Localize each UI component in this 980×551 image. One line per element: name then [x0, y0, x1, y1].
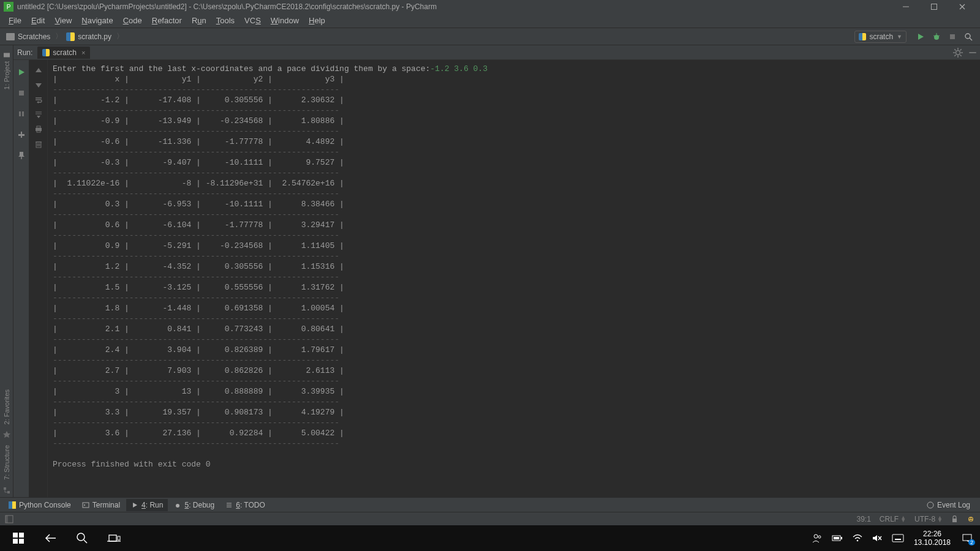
- python-console-tool[interactable]: Python Console: [4, 499, 76, 511]
- breadcrumb-scratches[interactable]: Scratches: [4, 32, 54, 41]
- system-tray: 22:26 13.10.2018 2: [812, 530, 978, 547]
- back-button[interactable]: [34, 525, 66, 551]
- svg-line-71: [84, 540, 87, 543]
- menu-window[interactable]: Window: [266, 15, 304, 26]
- people-icon[interactable]: [812, 533, 822, 543]
- clock[interactable]: 22:26 13.10.2018: [914, 530, 951, 547]
- console-output[interactable]: Enter the first and the last x-coordinat…: [48, 60, 980, 497]
- up-icon[interactable]: [34, 66, 43, 75]
- menu-code[interactable]: Code: [118, 15, 147, 26]
- volume-icon[interactable]: [872, 534, 882, 542]
- caret-position[interactable]: 39:1: [856, 515, 870, 523]
- svg-marker-53: [133, 503, 137, 508]
- status-bar: 39:1 CRLF▲▼ UTF-8▲▼: [0, 512, 980, 525]
- soft-wrap-icon[interactable]: [34, 96, 43, 104]
- event-log-icon: [927, 501, 934, 509]
- window-close-button[interactable]: [948, 0, 976, 13]
- menu-vcs[interactable]: VCS: [239, 15, 266, 26]
- menu-refactor[interactable]: Refactor: [147, 15, 187, 26]
- svg-rect-61: [952, 519, 957, 522]
- terminal-tool[interactable]: Terminal: [77, 499, 125, 511]
- minimize-panel-icon[interactable]: [968, 48, 978, 58]
- down-icon[interactable]: [34, 81, 43, 89]
- python-file-icon: [66, 32, 75, 41]
- svg-rect-1: [932, 4, 937, 10]
- stop-button[interactable]: [17, 88, 26, 98]
- svg-marker-37: [36, 83, 42, 88]
- clear-icon[interactable]: [34, 140, 43, 148]
- event-log-tool[interactable]: Event Log: [922, 499, 975, 511]
- tool-windows-icon[interactable]: [5, 515, 13, 523]
- svg-rect-15: [7, 491, 10, 493]
- svg-rect-74: [118, 536, 120, 540]
- wifi-icon[interactable]: [853, 534, 862, 542]
- folder-icon: [3, 51, 10, 59]
- inspections-icon[interactable]: [967, 515, 975, 523]
- menu-view[interactable]: View: [50, 15, 77, 26]
- menu-tools[interactable]: Tools: [211, 15, 239, 26]
- run-tool[interactable]: 4: Run: [126, 499, 168, 511]
- svg-point-75: [814, 534, 818, 538]
- svg-marker-81: [873, 535, 877, 541]
- window-maximize-button[interactable]: [920, 0, 948, 13]
- keyboard-icon[interactable]: [892, 534, 904, 542]
- battery-icon[interactable]: [832, 534, 843, 542]
- close-icon[interactable]: ×: [81, 49, 85, 56]
- lock-icon[interactable]: [951, 515, 958, 523]
- run-configuration-selector[interactable]: scratch ▼: [854, 31, 907, 43]
- terminal-icon: [82, 501, 89, 509]
- debug-tool[interactable]: 5: Debug: [169, 499, 219, 511]
- print-icon[interactable]: [34, 125, 43, 133]
- menu-help[interactable]: Help: [304, 15, 330, 26]
- menu-edit[interactable]: Edit: [26, 15, 50, 26]
- menu-navigate[interactable]: Navigate: [77, 15, 118, 26]
- pin-button[interactable]: [17, 151, 26, 160]
- svg-line-11: [970, 38, 972, 40]
- favorites-tool-button[interactable]: 2: Favorites: [3, 389, 10, 424]
- python-icon: [9, 501, 16, 509]
- svg-rect-60: [6, 515, 8, 523]
- notifications-icon[interactable]: 2: [960, 531, 974, 545]
- svg-marker-41: [37, 116, 40, 118]
- debug-button[interactable]: [930, 30, 943, 43]
- svg-line-23: [954, 49, 956, 50]
- list-icon: [225, 501, 233, 509]
- breadcrumb-file[interactable]: scratch.py: [64, 32, 115, 41]
- svg-point-10: [965, 34, 970, 39]
- svg-rect-12: [4, 53, 10, 57]
- svg-point-5: [934, 35, 939, 40]
- svg-point-18: [956, 50, 960, 54]
- menu-file[interactable]: File: [4, 15, 26, 26]
- search-button[interactable]: [66, 525, 98, 551]
- stop-button[interactable]: [946, 30, 959, 43]
- bottom-tool-bar: Python Console Terminal 4: Run 5: Debug …: [0, 497, 980, 512]
- gear-icon[interactable]: [953, 48, 963, 58]
- svg-rect-51: [12, 501, 16, 509]
- search-everywhere-button[interactable]: [962, 30, 975, 43]
- left-tool-strip: 1: Project 2: Favorites 7: Structure: [0, 45, 13, 497]
- structure-tool-button[interactable]: 7: Structure: [3, 445, 10, 480]
- start-button[interactable]: [2, 525, 34, 551]
- task-view-button[interactable]: [98, 525, 130, 551]
- window-minimize-button[interactable]: [892, 0, 920, 13]
- file-encoding[interactable]: UTF-8▲▼: [914, 515, 943, 523]
- svg-rect-65: [13, 533, 18, 538]
- svg-line-26: [954, 54, 956, 56]
- scroll-to-end-icon[interactable]: [34, 110, 43, 119]
- run-tab[interactable]: scratch ×: [37, 47, 90, 59]
- svg-line-7: [933, 36, 935, 36]
- chevron-down-icon: ▼: [897, 34, 902, 40]
- window-titlebar: P untitled2 [C:\Users\zpolu\PycharmProje…: [0, 0, 980, 13]
- app-icon: P: [4, 2, 13, 12]
- svg-point-64: [971, 518, 973, 519]
- project-tool-button[interactable]: 1: Project: [3, 51, 10, 89]
- line-separator[interactable]: CRLF▲▼: [880, 515, 906, 523]
- dump-threads-button[interactable]: [17, 130, 26, 140]
- rerun-button[interactable]: [17, 67, 26, 77]
- todo-tool[interactable]: 6: TODO: [221, 499, 270, 511]
- menu-run[interactable]: Run: [187, 15, 211, 26]
- navigation-toolbar: Scratches 〉 scratch.py 〉 scratch ▼: [0, 28, 980, 45]
- run-panel-label: Run:: [17, 48, 37, 57]
- run-button[interactable]: [914, 30, 927, 43]
- pause-button[interactable]: [17, 109, 26, 119]
